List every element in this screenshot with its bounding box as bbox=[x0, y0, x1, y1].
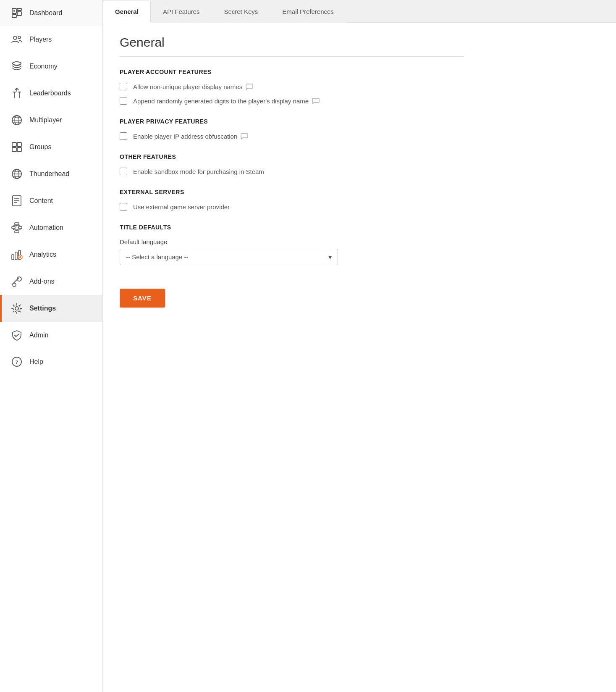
sidebar-item-addons[interactable]: Add-ons bbox=[0, 268, 102, 295]
comment-icon-non-unique-names bbox=[246, 83, 253, 90]
sidebar-label-thunderhead: Thunderhead bbox=[29, 170, 69, 178]
section-title-defaults: TITLE DEFAULTS Default language -- Selec… bbox=[120, 224, 464, 265]
svg-rect-3 bbox=[12, 15, 16, 18]
dashboard-icon bbox=[10, 8, 24, 18]
sidebar: Dashboard Players Economy bbox=[0, 0, 103, 692]
checkbox-label-non-unique-names: Allow non-unique player display names bbox=[133, 83, 242, 90]
svg-rect-46 bbox=[12, 255, 14, 260]
page-content: General PLAYER ACCOUNT FEATURES Allow no… bbox=[103, 23, 481, 320]
checkbox-label-append-digits: Append randomly generated digits to the … bbox=[133, 97, 309, 105]
section-other-features: OTHER FEATURES Enable sandbox mode for p… bbox=[120, 153, 464, 175]
groups-icon bbox=[10, 141, 24, 153]
checkbox-label-ip-obfuscation: Enable player IP address obfuscation bbox=[133, 133, 237, 140]
checkbox-row-non-unique-names: Allow non-unique player display names bbox=[120, 83, 464, 90]
svg-rect-2 bbox=[17, 12, 21, 16]
admin-icon bbox=[10, 329, 24, 341]
svg-point-7 bbox=[13, 36, 17, 39]
checkbox-external-server[interactable] bbox=[120, 203, 127, 210]
thunderhead-icon bbox=[10, 168, 24, 180]
svg-rect-21 bbox=[17, 142, 21, 147]
addons-icon bbox=[10, 276, 24, 287]
section-external-servers: EXTERNAL SERVERS Use external game serve… bbox=[120, 189, 464, 210]
tab-api-features[interactable]: API Features bbox=[151, 1, 212, 23]
section-divider bbox=[120, 56, 464, 57]
section-title-player-privacy: PLAYER PRIVACY FEATURES bbox=[120, 118, 464, 125]
sidebar-item-help[interactable]: ? Help bbox=[0, 349, 102, 375]
checkbox-sandbox-steam[interactable] bbox=[120, 168, 127, 175]
svg-text:?: ? bbox=[16, 359, 18, 365]
tab-secret-keys[interactable]: Secret Keys bbox=[212, 1, 270, 23]
sidebar-label-help: Help bbox=[29, 358, 43, 366]
svg-point-50 bbox=[19, 256, 21, 258]
sidebar-item-multiplayer[interactable]: Multiplayer bbox=[0, 107, 102, 134]
svg-rect-33 bbox=[12, 226, 15, 229]
sidebar-item-analytics[interactable]: Analytics bbox=[0, 241, 102, 268]
sidebar-label-economy: Economy bbox=[29, 63, 58, 70]
checkbox-append-digits[interactable] bbox=[120, 97, 127, 105]
save-button[interactable]: SAVE bbox=[120, 289, 165, 308]
sidebar-item-content[interactable]: Content bbox=[0, 187, 102, 214]
section-title-title-defaults: TITLE DEFAULTS bbox=[120, 224, 464, 231]
main-content: General API Features Secret Keys Email P… bbox=[103, 0, 616, 692]
multiplayer-icon bbox=[10, 114, 24, 126]
language-select-wrapper: -- Select a language -- English French G… bbox=[120, 249, 338, 265]
svg-rect-32 bbox=[15, 223, 19, 225]
checkbox-label-external-server: Use external game server provider bbox=[133, 203, 230, 210]
tab-email-preferences[interactable]: Email Preferences bbox=[270, 1, 346, 23]
sidebar-label-content: Content bbox=[29, 197, 53, 205]
sidebar-label-multiplayer: Multiplayer bbox=[29, 116, 62, 124]
svg-rect-22 bbox=[17, 147, 21, 152]
section-title-player-account: PLAYER ACCOUNT FEATURES bbox=[120, 68, 464, 75]
svg-point-55 bbox=[13, 305, 20, 312]
language-select[interactable]: -- Select a language -- English French G… bbox=[120, 249, 338, 265]
checkbox-ip-obfuscation[interactable] bbox=[120, 132, 127, 140]
svg-point-54 bbox=[15, 307, 18, 310]
tab-bar: General API Features Secret Keys Email P… bbox=[103, 0, 616, 23]
svg-rect-47 bbox=[15, 252, 17, 260]
sidebar-label-admin: Admin bbox=[29, 332, 48, 339]
sidebar-label-dashboard: Dashboard bbox=[29, 9, 62, 17]
analytics-icon bbox=[10, 249, 24, 260]
svg-rect-20 bbox=[12, 147, 16, 152]
sidebar-item-admin[interactable]: Admin bbox=[0, 322, 102, 349]
tab-general[interactable]: General bbox=[103, 1, 151, 23]
settings-icon bbox=[10, 303, 24, 314]
svg-rect-35 bbox=[15, 231, 19, 233]
sidebar-label-players: Players bbox=[29, 36, 52, 43]
sidebar-item-thunderhead[interactable]: Thunderhead bbox=[0, 161, 102, 187]
section-player-account: PLAYER ACCOUNT FEATURES Allow non-unique… bbox=[120, 68, 464, 105]
language-field-label: Default language bbox=[120, 238, 464, 245]
page-title: General bbox=[120, 35, 464, 50]
section-title-external-servers: EXTERNAL SERVERS bbox=[120, 189, 464, 195]
sidebar-item-settings[interactable]: Settings bbox=[0, 295, 102, 322]
sidebar-label-addons: Add-ons bbox=[29, 278, 55, 285]
section-title-other-features: OTHER FEATURES bbox=[120, 153, 464, 160]
svg-rect-34 bbox=[18, 226, 22, 229]
comment-icon-ip-obfuscation bbox=[241, 133, 248, 139]
comment-icon-append-digits bbox=[312, 97, 320, 104]
sidebar-label-analytics: Analytics bbox=[29, 251, 56, 258]
checkbox-non-unique-names[interactable] bbox=[120, 83, 127, 90]
checkbox-row-external-server: Use external game server provider bbox=[120, 203, 464, 210]
sidebar-item-players[interactable]: Players bbox=[0, 26, 102, 53]
sidebar-label-automation: Automation bbox=[29, 224, 63, 232]
sidebar-label-settings: Settings bbox=[29, 305, 56, 312]
checkbox-label-sandbox-steam: Enable sandbox mode for purchasing in St… bbox=[133, 168, 264, 175]
sidebar-item-dashboard[interactable]: Dashboard bbox=[0, 0, 102, 26]
svg-rect-28 bbox=[13, 196, 21, 206]
svg-rect-19 bbox=[12, 142, 16, 147]
checkbox-row-ip-obfuscation: Enable player IP address obfuscation bbox=[120, 132, 464, 140]
svg-rect-1 bbox=[17, 8, 21, 11]
sidebar-item-groups[interactable]: Groups bbox=[0, 134, 102, 161]
content-icon bbox=[10, 195, 24, 207]
sidebar-item-leaderboards[interactable]: Leaderboards bbox=[0, 80, 102, 107]
automation-icon bbox=[10, 222, 24, 234]
svg-point-8 bbox=[18, 36, 21, 39]
sidebar-label-leaderboards: Leaderboards bbox=[29, 89, 71, 97]
svg-rect-10 bbox=[13, 92, 16, 92]
checkbox-row-sandbox-steam: Enable sandbox mode for purchasing in St… bbox=[120, 168, 464, 175]
leaderboards-icon bbox=[10, 87, 24, 99]
sidebar-item-economy[interactable]: Economy bbox=[0, 53, 102, 80]
sidebar-label-groups: Groups bbox=[29, 143, 51, 151]
sidebar-item-automation[interactable]: Automation bbox=[0, 214, 102, 241]
